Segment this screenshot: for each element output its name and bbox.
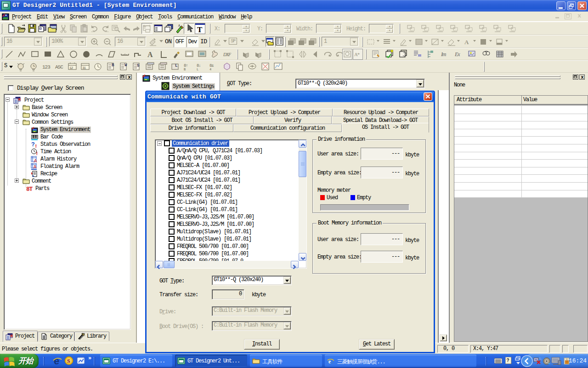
- svg-text:8T: 8T: [26, 186, 33, 192]
- svg-text:B: B: [112, 63, 114, 68]
- svg-text:A: A: [464, 39, 469, 46]
- svg-text:4: 4: [209, 68, 211, 71]
- svg-text:B: B: [184, 68, 186, 71]
- svg-text:e: e: [54, 356, 59, 366]
- svg-text:Ex: Ex: [454, 51, 460, 58]
- svg-text:A*: A*: [354, 52, 360, 57]
- svg-text:!: !: [35, 151, 38, 155]
- svg-text:L: L: [197, 68, 198, 71]
- svg-text:A: A: [147, 51, 153, 58]
- svg-text:T: T: [197, 25, 203, 34]
- svg-text:!: !: [34, 144, 37, 148]
- svg-text:ASC: ASC: [55, 64, 63, 70]
- svg-text:Im: Im: [441, 51, 447, 58]
- svg-text:DXF: DXF: [223, 52, 232, 57]
- svg-text:123: 123: [42, 64, 50, 70]
- svg-text:W: W: [124, 63, 127, 68]
